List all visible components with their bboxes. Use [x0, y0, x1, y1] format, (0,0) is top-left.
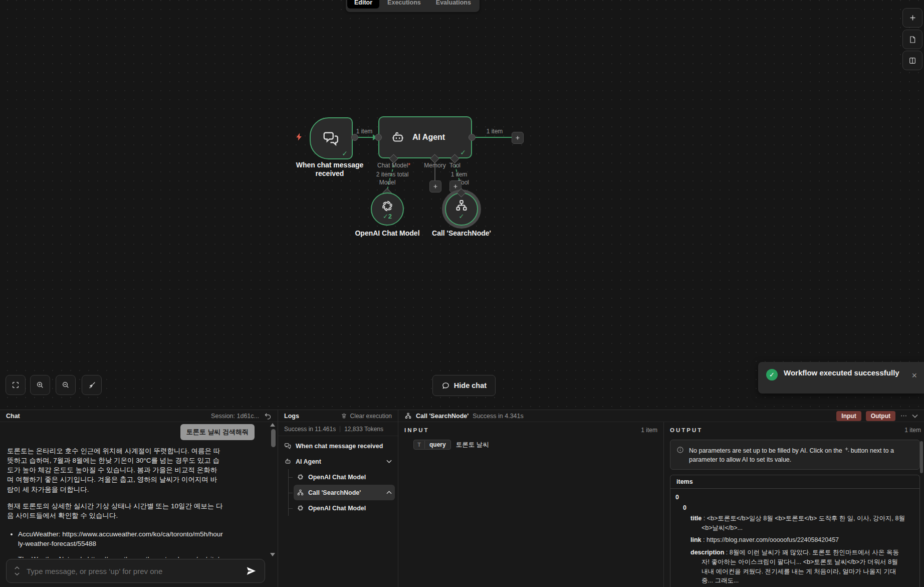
add-node-button[interactable] — [902, 8, 922, 28]
reset-session-icon[interactable] — [264, 412, 272, 420]
trigger-node-label: When chat message received — [286, 161, 374, 177]
field-description: description : 8월에 이런 날씨가 꽤 많았다. 토론토 한인마트… — [690, 548, 905, 585]
zoom-in-button[interactable] — [30, 375, 50, 395]
success-check-icon: ✓ — [766, 369, 778, 380]
required-asterisk: * — [408, 162, 410, 169]
log-item-ai-agent[interactable]: AI Agent — [281, 454, 395, 469]
edge-items-label: 1 item — [353, 128, 375, 135]
logs-panel-title: Logs — [284, 413, 299, 420]
logs-tree: When chat message received AI Agent Open… — [278, 436, 398, 518]
param-value: 토론토 날씨 — [456, 441, 489, 449]
scroll-up-arrow[interactable] — [270, 423, 275, 427]
chat-scrollbar[interactable] — [271, 429, 276, 447]
log-item-openai-model[interactable]: OpenAI Chat Model — [294, 500, 395, 516]
chat-message-input[interactable] — [26, 566, 240, 576]
add-memory-button[interactable] — [429, 180, 441, 192]
agent-node-title: AI Agent — [412, 133, 445, 142]
zoom-in-icon — [36, 381, 44, 389]
more-options-icon[interactable] — [900, 412, 907, 420]
openai-logo-icon — [297, 504, 304, 512]
n8n-workflow-editor: Editor Executions Evaluations — [0, 0, 924, 587]
edge-items-label: 1 item — [484, 128, 506, 135]
model-subport-label: Model — [372, 179, 402, 186]
node-openai-chat-model[interactable]: ✓2 — [371, 192, 404, 226]
detail-node-name: Call 'SearchNode' — [416, 413, 469, 420]
field-link: link : https://blog.naver.com/ooooofus/2… — [690, 535, 905, 545]
agent-output-port[interactable] — [469, 134, 476, 141]
sparkle-icon — [843, 446, 850, 453]
subworkflow-icon — [297, 489, 304, 496]
add-sticky-note-button[interactable] — [902, 30, 922, 49]
chat-session-id: Session: 1d61c... — [211, 413, 259, 420]
chat-panel-header: Chat Session: 1d61c... — [0, 410, 278, 422]
toggle-panel-button[interactable] — [902, 51, 922, 70]
chat-model-port-label: Chat Model* — [369, 162, 419, 169]
log-item-trigger[interactable]: When chat message received — [281, 438, 395, 454]
user-message-bubble: 토론토 날씨 검색해줘 — [180, 424, 255, 440]
log-item-openai-model[interactable]: OpenAI Chat Model — [294, 469, 395, 485]
openai-logo-icon — [380, 199, 395, 214]
detail-body: INPUT 1 item T query 토론토 날씨 OUTPUT — [398, 422, 924, 587]
output-scrollbar[interactable] — [920, 441, 923, 473]
node-call-searchnode[interactable]: ✓ — [445, 192, 478, 226]
output-pane-label: OUTPUT — [670, 427, 703, 433]
fit-view-icon — [12, 381, 20, 389]
hide-chat-label: Hide chat — [454, 381, 487, 389]
add-connected-node-button[interactable] — [512, 132, 524, 144]
tidy-up-button[interactable] — [82, 375, 102, 395]
chevron-up-icon[interactable] — [386, 491, 392, 494]
zoom-out-icon — [62, 381, 70, 389]
message-history-stepper[interactable] — [15, 566, 20, 575]
plus-icon — [908, 14, 917, 22]
info-icon — [676, 446, 684, 454]
scroll-down-arrow[interactable] — [270, 553, 275, 556]
trigger-output-port[interactable] — [351, 134, 358, 141]
assistant-paragraph: 현재 토론토의 상세한 실시간 기상 상태나 시간별 또는 10일간 예보는 다… — [7, 501, 223, 520]
output-pane: OUTPUT 1 item No parameters are set up t… — [664, 422, 924, 587]
list-item: The Weather Network: https://www.theweat… — [18, 554, 223, 558]
zoom-to-fit-button[interactable] — [6, 375, 26, 395]
toast-workflow-success: ✓ Workflow executed successfully × — [758, 362, 924, 394]
success-check-icon: ✓ — [459, 213, 465, 220]
send-icon[interactable] — [246, 565, 257, 576]
trigger-bolt-icon — [295, 132, 304, 141]
log-item-call-searchnode[interactable]: Call 'SearchNode' — [294, 485, 395, 500]
assistant-link-list: AccuWeather: https://www.accuweather.com… — [7, 529, 223, 558]
agent-input-port[interactable] — [375, 134, 382, 141]
clear-execution-button[interactable]: Clear execution — [341, 413, 392, 420]
output-item-count: 1 item — [904, 427, 921, 434]
zoom-out-button[interactable] — [56, 375, 76, 395]
bottom-panel: Chat Session: 1d61c... 토론토 날씨 검색해줘 토론토는 … — [0, 410, 924, 587]
run-count-badge: ✓2 — [383, 213, 392, 220]
node-detail-panel: Call 'SearchNode' Success in 4.341s Inpu… — [398, 410, 924, 587]
items-tree[interactable]: 0 0 title : <b>토론토</b>일상 8월 <b>토론토</b> 도… — [670, 489, 919, 585]
input-param-row[interactable]: T query 토론토 날씨 — [413, 440, 657, 450]
assistant-message: 토론토는 온타리오 호수 인근에 위치해 사계절이 뚜렷합니다. 여름은 따뜻하… — [7, 446, 223, 558]
execution-duration: Success in 11.461s — [284, 426, 336, 433]
tab-evaluations[interactable]: Evaluations — [429, 0, 478, 9]
subworkflow-icon — [404, 412, 412, 420]
chat-messages[interactable]: 토론토 날씨 검색해줘 토론토는 온타리오 호수 인근에 위치해 사계절이 뚜렷… — [0, 422, 278, 558]
detail-header: Call 'SearchNode' Success in 4.341s Inpu… — [398, 410, 924, 422]
node-ai-agent[interactable]: AI Agent ✓ — [378, 116, 472, 158]
toast-message: Workflow executed successfully — [784, 368, 900, 378]
item-index: 0 — [683, 503, 905, 513]
trash-icon — [341, 413, 347, 419]
tab-editor[interactable]: Editor — [347, 0, 379, 9]
node-when-chat-message-received[interactable]: ✓ — [310, 117, 353, 159]
field-title: title : <b>토론토</b>일상 8월 <b>토론토</b> 도착후 한… — [690, 514, 905, 533]
success-check-icon: ✓ — [342, 149, 348, 157]
chat-panel: Chat Session: 1d61c... 토론토 날씨 검색해줘 토론토는 … — [0, 410, 278, 587]
close-icon[interactable]: × — [911, 371, 917, 380]
tab-executions[interactable]: Executions — [380, 0, 428, 9]
output-toggle-button[interactable]: Output — [866, 411, 895, 421]
split-panel-icon — [908, 57, 916, 65]
item-index: 0 — [675, 493, 905, 502]
detail-node-status: Success in 4.341s — [473, 413, 523, 420]
chevron-down-icon[interactable] — [386, 460, 392, 463]
chat-input-box — [6, 559, 265, 583]
collapse-panel-icon[interactable] — [912, 414, 918, 418]
workflow-canvas[interactable]: Editor Executions Evaluations — [0, 0, 924, 410]
input-toggle-button[interactable]: Input — [836, 411, 861, 421]
hide-chat-button[interactable]: Hide chat — [432, 375, 496, 396]
